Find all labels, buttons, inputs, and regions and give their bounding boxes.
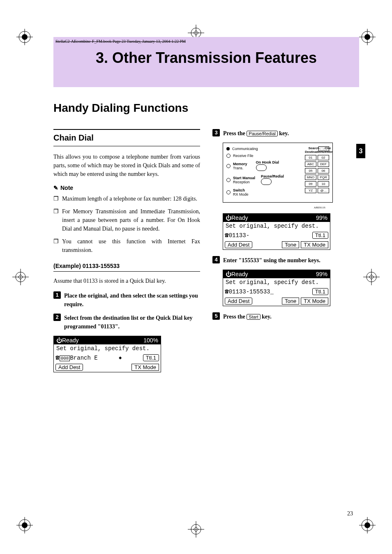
step-2: 2 Select from the destination list or th…: [53, 314, 200, 331]
lcd3-line2: Set original, specify dest.: [223, 278, 330, 286]
lcd3-tone: Tone: [282, 298, 299, 305]
step-4: 4 Enter "155533" using the number keys.: [212, 256, 359, 265]
lcd2-add-dest: Add Dest: [225, 241, 252, 248]
panel-receive-file: Receive File: [233, 154, 254, 158]
phone-icon: ☎: [225, 231, 229, 239]
ready-icon: ⏻: [56, 337, 62, 344]
panel-memory: MemoryTrans.: [233, 162, 247, 170]
page-number: 23: [347, 510, 353, 517]
lcd-display-2: ⏻Ready 99% Set original, specify dest. ☎…: [223, 213, 330, 250]
updown-icon: ◆: [119, 355, 122, 361]
lcd3-ttl: Ttl.1: [312, 288, 328, 295]
lcd1-add-dest: Add Dest: [55, 364, 83, 371]
example-text: Assume that 01133 is stored in a Quick D…: [53, 277, 200, 285]
lcd3-add-dest: Add Dest: [225, 298, 252, 305]
note-item-1: ❒Maximum length of a telephone or fax nu…: [53, 194, 200, 203]
bullet-icon: ❒: [53, 237, 59, 254]
subsection-title: Chain Dial: [53, 129, 200, 146]
lcd2-status: Ready: [231, 215, 248, 221]
lcd3-status: Ready: [231, 271, 248, 277]
ready-icon: ⏻: [226, 215, 231, 221]
lcd2-tx-mode: TX Mode: [301, 241, 328, 248]
right-column: 3 Press the Pause/Redial key. Communicat…: [212, 129, 359, 379]
step-3-text: Press the Pause/Redial key.: [223, 129, 289, 138]
start-key-label: Start: [247, 314, 260, 320]
step-1: 1 Place the original, and then select th…: [53, 291, 200, 309]
panel-keypad: SearchDestinationCheDestin 0102 ABCDEF 0…: [305, 146, 329, 193]
diagram-reference: ABZ011S: [212, 206, 325, 209]
chapter-title: 3. Other Transmission Features: [53, 37, 359, 87]
led-icon: [226, 164, 231, 168]
lcd3-tx-mode: TX Mode: [301, 298, 328, 305]
step-number-icon: 4: [212, 256, 220, 263]
step-number-icon: 1: [53, 291, 61, 299]
lcd1-status: Ready: [62, 337, 78, 344]
panel-start-manual: Start ManualReception: [233, 176, 255, 184]
lcd1-tx-mode: TX Mode: [131, 364, 159, 371]
lcd3-number: 01133-155533_: [229, 289, 274, 295]
lcd1-line2: Set original, specify dest.: [54, 344, 161, 353]
control-panel-diagram: Communicating⬚⬚ Receive File MemoryTrans…: [223, 143, 333, 203]
lcd1-ttl: Ttl.1: [143, 354, 159, 361]
lcd3-percent: 99%: [316, 271, 327, 277]
led-icon: [226, 154, 231, 158]
lcd2-line2: Set original, specify dest.: [223, 222, 330, 230]
step-number-icon: 2: [53, 314, 61, 321]
section-number-tab: 3: [356, 144, 365, 158]
note-item-3: ❒You cannot use this function with Inter…: [53, 237, 200, 254]
pause-redial-key-label: Pause/Redial: [247, 131, 277, 136]
step-3: 3 Press the Pause/Redial key.: [212, 129, 359, 138]
header-note: StellaC2-AEcombine-F_FM.book Page 23 Tue…: [55, 39, 186, 44]
lcd1-branch: Branch E: [70, 355, 97, 361]
phone-icon: ☎: [55, 353, 60, 362]
lcd2-percent: 99%: [316, 215, 327, 221]
note-label: Note: [60, 185, 73, 191]
note-header: ✎ Note: [53, 185, 200, 191]
lcd1-code: 008: [60, 355, 70, 361]
led-icon: [226, 147, 230, 150]
lcd2-tone: Tone: [282, 241, 299, 248]
section-title: Handy Dialing Functions: [53, 102, 359, 115]
bullet-icon: ❒: [53, 194, 59, 203]
bullet-icon: ❒: [53, 207, 59, 233]
led-icon: [226, 190, 231, 194]
step-1-text: Place the original, and then select the …: [64, 291, 200, 309]
lcd2-number: 01133-: [229, 232, 249, 239]
lcd-display-1: ⏻Ready 100% Set original, specify dest. …: [53, 336, 161, 372]
led-icon: [226, 178, 231, 182]
pause-redial-button: [261, 178, 272, 185]
step-2-text: Select from the destination list or the …: [64, 314, 200, 331]
step-number-icon: 5: [212, 312, 220, 320]
lcd1-percent: 100%: [143, 337, 158, 344]
panel-communicating: Communicating: [232, 147, 258, 151]
step-4-text: Enter "155533" using the number keys.: [223, 256, 321, 265]
note-item-2: ❒For Memory Transmission and Immediate T…: [53, 207, 200, 233]
step-5: 5 Press the Start key.: [212, 312, 359, 321]
phone-icon: ☎: [225, 287, 229, 295]
example-header: (Example) 01133-155533: [53, 263, 200, 272]
lcd-display-3: ⏻Ready 99% Set original, specify dest. ☎…: [223, 270, 330, 306]
on-hook-button: [256, 164, 267, 171]
lcd2-ttl: Ttl.1: [312, 232, 328, 239]
ready-icon: ⏻: [226, 271, 231, 277]
pencil-icon: ✎: [53, 185, 58, 191]
step-number-icon: 3: [212, 129, 220, 136]
intro-text: This allows you to compose a telephone n…: [53, 152, 200, 178]
panel-switch-rx: SwitchRX Mode: [233, 188, 249, 196]
step-5-text: Press the Start key.: [223, 312, 272, 321]
left-column: Chain Dial This allows you to compose a …: [53, 129, 200, 379]
